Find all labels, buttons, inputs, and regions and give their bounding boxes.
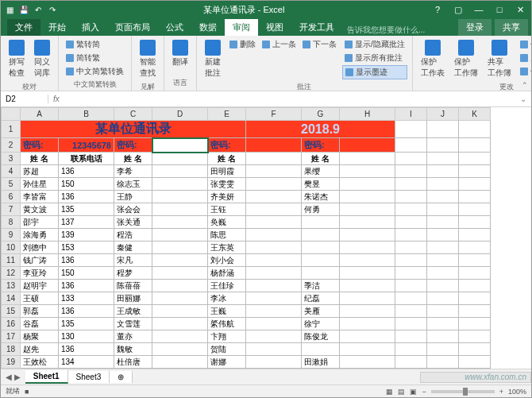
tab-view[interactable]: 视图: [258, 19, 291, 36]
data-cell[interactable]: [152, 330, 208, 343]
row-header[interactable]: 4: [2, 165, 21, 178]
data-cell[interactable]: [302, 254, 340, 267]
maximize-icon[interactable]: □: [492, 5, 507, 15]
tab-layout[interactable]: 页面布局: [107, 19, 158, 36]
data-cell[interactable]: 谷磊: [21, 318, 59, 330]
sheet-tab-1[interactable]: Sheet1: [25, 370, 68, 384]
data-cell[interactable]: [246, 203, 302, 216]
track-changes-button[interactable]: 修订 ▾: [518, 65, 532, 78]
row-header[interactable]: 13: [2, 280, 21, 292]
col-header[interactable]: H: [340, 108, 395, 121]
show-ink-button[interactable]: 显示墨迹: [342, 65, 407, 79]
data-cell[interactable]: 何勇: [302, 203, 340, 216]
data-cell[interactable]: 133: [59, 292, 114, 305]
sheet-tab-3[interactable]: Sheet3: [68, 371, 110, 383]
tell-me-search[interactable]: 告诉我您想要做什么...: [347, 25, 425, 36]
worksheet-grid[interactable]: ABCDEFGHIJK1某单位通讯录2018.92密码:12345678密码:密…: [1, 107, 531, 369]
data-cell[interactable]: [340, 318, 395, 330]
save-icon[interactable]: 💾: [18, 4, 29, 15]
tab-dev[interactable]: 开发工具: [291, 19, 342, 36]
data-cell[interactable]: 贺陆: [208, 343, 246, 356]
data-cell[interactable]: 果缨: [302, 165, 340, 178]
data-cell[interactable]: 程浩: [114, 229, 152, 242]
data-cell[interactable]: 苏超: [21, 165, 59, 178]
pwd-label[interactable]: 密码:: [114, 138, 152, 153]
data-cell[interactable]: 李皆富: [21, 191, 59, 203]
col-header[interactable]: E: [208, 108, 246, 121]
data-cell[interactable]: 张雯雯: [208, 178, 246, 191]
col-header[interactable]: A: [21, 108, 59, 121]
data-cell[interactable]: 田漱娟: [302, 356, 340, 369]
data-cell[interactable]: [302, 343, 340, 356]
data-cell[interactable]: [340, 343, 395, 356]
protect-sheet-button[interactable]: 保护 工作表: [418, 38, 448, 80]
expand-formula-icon[interactable]: ⌄: [515, 95, 531, 103]
view-layout-icon[interactable]: ▤: [398, 388, 405, 396]
data-cell[interactable]: [152, 267, 208, 280]
zoom-out-icon[interactable]: −: [422, 388, 426, 396]
data-cell[interactable]: [340, 305, 395, 318]
data-cell[interactable]: 王巍: [208, 305, 246, 318]
data-cell[interactable]: 徐志玉: [114, 178, 152, 191]
data-cell[interactable]: [246, 165, 302, 178]
data-cell[interactable]: [152, 292, 208, 305]
data-cell[interactable]: 王钰: [208, 203, 246, 216]
data-cell[interactable]: [340, 178, 395, 191]
new-comment-button[interactable]: 新建批注: [202, 38, 224, 80]
pwd-label[interactable]: 密码:: [208, 138, 246, 153]
row-header[interactable]: 2: [2, 138, 21, 153]
data-cell[interactable]: 涂海勇: [21, 229, 59, 242]
cell-D2-selected[interactable]: [152, 138, 208, 153]
data-cell[interactable]: 文雪莲: [114, 318, 152, 330]
data-cell[interactable]: 季洁: [302, 280, 340, 292]
data-cell[interactable]: [246, 216, 302, 229]
data-cell[interactable]: 150: [59, 267, 114, 280]
row-header[interactable]: 16: [2, 318, 21, 330]
col-tel-header[interactable]: 联系电话: [59, 153, 114, 165]
data-cell[interactable]: 田明霞: [208, 165, 246, 178]
pwd-label[interactable]: 密码:: [302, 138, 340, 153]
data-cell[interactable]: 137: [59, 216, 114, 229]
data-cell[interactable]: 魏敏: [114, 343, 152, 356]
data-cell[interactable]: 陈俊龙: [302, 330, 340, 343]
col-header[interactable]: D: [152, 108, 208, 121]
row-header[interactable]: 18: [2, 343, 21, 356]
data-cell[interactable]: [246, 280, 302, 292]
data-cell[interactable]: 齐美妍: [208, 191, 246, 203]
data-cell[interactable]: 秦健: [114, 242, 152, 254]
col-header[interactable]: B: [59, 108, 114, 121]
data-cell[interactable]: 陈蓓蓓: [114, 280, 152, 292]
data-cell[interactable]: [302, 267, 340, 280]
data-cell[interactable]: 136: [59, 280, 114, 292]
data-cell[interactable]: 陈思: [208, 229, 246, 242]
data-cell[interactable]: [246, 178, 302, 191]
chinese-convert-button[interactable]: 中文简繁转换: [64, 65, 126, 78]
data-cell[interactable]: 徐宁: [302, 318, 340, 330]
data-cell[interactable]: [246, 356, 302, 369]
data-cell[interactable]: [152, 165, 208, 178]
row-header[interactable]: 14: [2, 292, 21, 305]
show-all-comments-button[interactable]: 显示所有批注: [342, 52, 407, 64]
data-cell[interactable]: 李亚玲: [21, 267, 59, 280]
view-pagebreak-icon[interactable]: ▣: [410, 388, 417, 396]
tab-review[interactable]: 审阅: [225, 19, 258, 36]
row-header[interactable]: 17: [2, 330, 21, 343]
row-header[interactable]: 6: [2, 191, 21, 203]
data-cell[interactable]: [152, 343, 208, 356]
data-cell[interactable]: 杨舒涵: [208, 267, 246, 280]
ribbon-options-icon[interactable]: ▢: [450, 5, 466, 15]
prev-comment-button[interactable]: 上一条: [260, 38, 299, 51]
data-cell[interactable]: 136: [59, 165, 114, 178]
data-cell[interactable]: 郭磊: [21, 305, 59, 318]
data-cell[interactable]: [152, 305, 208, 318]
data-cell[interactable]: [340, 191, 395, 203]
data-cell[interactable]: [302, 216, 340, 229]
share-workbook-button[interactable]: 共享 工作簿: [484, 38, 515, 80]
tab-insert[interactable]: 插入: [74, 19, 107, 36]
minimize-icon[interactable]: —: [471, 5, 487, 15]
data-cell[interactable]: 美雁: [302, 305, 340, 318]
data-cell[interactable]: [302, 242, 340, 254]
data-cell[interactable]: 136: [59, 343, 114, 356]
fx-icon[interactable]: fx: [48, 95, 64, 103]
data-cell[interactable]: [340, 165, 395, 178]
